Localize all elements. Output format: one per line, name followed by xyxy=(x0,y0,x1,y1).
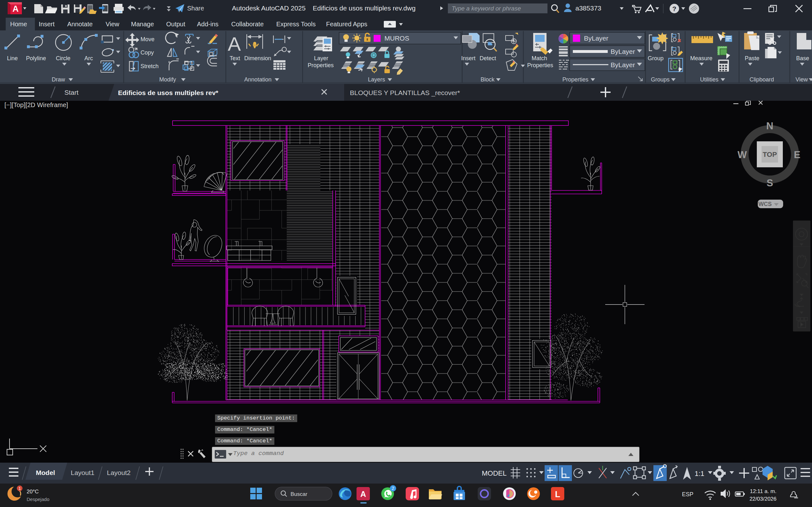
svg-text:Buscar: Buscar xyxy=(291,491,307,497)
svg-text:Modify: Modify xyxy=(159,76,176,83)
svg-text:WCS: WCS xyxy=(758,201,772,207)
svg-text:Properties: Properties xyxy=(308,62,334,68)
svg-text:Layout1: Layout1 xyxy=(71,469,95,476)
svg-text:ESP: ESP xyxy=(682,491,693,498)
svg-text:Arc: Arc xyxy=(84,55,93,61)
svg-text:ByLayer: ByLayer xyxy=(584,35,608,42)
svg-text:S: S xyxy=(767,177,773,188)
svg-text:Type a keyword or phrase: Type a keyword or phrase xyxy=(452,5,521,12)
svg-text:TOP: TOP xyxy=(763,151,777,158)
svg-text:Edificios de usos multiples re: Edificios de usos multiples rev.dwg xyxy=(313,4,415,12)
svg-text:20°C: 20°C xyxy=(27,489,39,495)
svg-text:Layer: Layer xyxy=(314,55,328,61)
svg-text:Detect: Detect xyxy=(479,55,496,61)
svg-text:Groups: Groups xyxy=(651,76,670,83)
svg-text:View: View xyxy=(796,76,808,83)
svg-text:A: A xyxy=(228,33,241,55)
svg-text:1: 1 xyxy=(18,486,20,491)
svg-text:22/03/2026: 22/03/2026 xyxy=(750,496,776,502)
svg-text:Copy: Copy xyxy=(141,49,154,56)
svg-text:2: 2 xyxy=(392,486,394,491)
svg-text:Block: Block xyxy=(480,76,495,83)
svg-text:a385373: a385373 xyxy=(575,4,601,12)
svg-text:?: ? xyxy=(672,5,676,12)
svg-text:L: L xyxy=(555,490,560,499)
svg-text:Autodesk AutoCAD 2025: Autodesk AutoCAD 2025 xyxy=(232,4,305,12)
svg-text:Share: Share xyxy=(187,5,204,12)
svg-text:Circle: Circle xyxy=(56,55,70,61)
svg-text:Properties: Properties xyxy=(527,62,553,68)
svg-text:Text: Text xyxy=(230,55,240,61)
svg-text:Utilities: Utilities xyxy=(700,76,718,83)
svg-text:Layers: Layers xyxy=(368,76,385,83)
svg-text:ByLayer: ByLayer xyxy=(611,61,635,68)
svg-text:Layout2: Layout2 xyxy=(107,469,131,476)
svg-text:N: N xyxy=(766,120,773,131)
svg-text:A: A xyxy=(12,4,19,14)
svg-text:ByLayer: ByLayer xyxy=(611,48,635,55)
svg-text:MODEL: MODEL xyxy=(482,469,507,477)
svg-text:12:11 a. m.: 12:11 a. m. xyxy=(750,488,776,494)
svg-text:Properties: Properties xyxy=(562,76,589,83)
svg-text:Match: Match xyxy=(531,55,547,61)
svg-text:1:1: 1:1 xyxy=(695,469,705,477)
svg-text:BLOQUES Y PLANTILLAS _recover*: BLOQUES Y PLANTILLAS _recover* xyxy=(350,89,460,97)
svg-text:Move: Move xyxy=(141,36,154,43)
svg-text:MUROS: MUROS xyxy=(385,35,409,42)
svg-text:Group: Group xyxy=(648,55,664,61)
svg-text:Edificios de usos multiples re: Edificios de usos multiples rev* xyxy=(118,89,218,96)
svg-text:Annotation: Annotation xyxy=(244,76,271,83)
svg-text:Base: Base xyxy=(796,55,809,61)
svg-text:Paste: Paste xyxy=(745,55,759,61)
svg-text:Model: Model xyxy=(36,469,55,476)
svg-text:W: W xyxy=(738,149,747,160)
svg-text:Stretch: Stretch xyxy=(141,63,159,69)
svg-text:Dimension: Dimension xyxy=(244,55,271,61)
svg-text:Measure: Measure xyxy=(690,55,712,61)
svg-text:Line: Line xyxy=(7,55,18,61)
svg-text:Polyline: Polyline xyxy=(26,55,46,61)
svg-text:Despejado: Despejado xyxy=(27,497,49,502)
svg-text:Clipboard: Clipboard xyxy=(750,76,774,83)
svg-text:Draw: Draw xyxy=(52,76,65,83)
svg-text:A: A xyxy=(360,490,366,498)
svg-text:Start: Start xyxy=(64,89,79,96)
svg-text:E: E xyxy=(794,149,801,160)
svg-text:Insert: Insert xyxy=(461,55,475,61)
